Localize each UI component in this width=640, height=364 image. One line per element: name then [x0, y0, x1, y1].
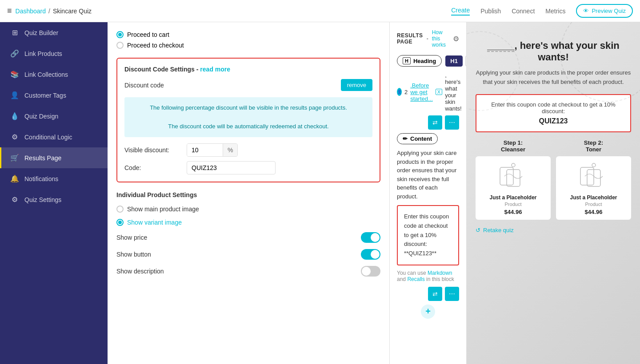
content-block-header: ✏ Content: [397, 133, 459, 144]
block-more-btn-2[interactable]: ⋯: [445, 287, 459, 301]
middle-panel: Proceed to cart Proceed to checkout Disc…: [108, 22, 390, 364]
content-label: Content: [410, 135, 432, 142]
nav-metrics[interactable]: Metrics: [545, 8, 565, 15]
tag-number: 2: [404, 89, 408, 95]
radio-label-cart: Proceed to cart: [127, 31, 169, 38]
quiz-builder-icon: ⊞: [10, 28, 19, 37]
breadcrumb-dashboard[interactable]: Dashboard: [16, 8, 46, 15]
show-description-toggle[interactable]: [361, 266, 380, 277]
discount-info-line2: The discount code will be automatically …: [131, 122, 366, 131]
sidebar-label-quiz-settings: Quiz Settings: [24, 196, 61, 203]
sidebar-label-link-products: Link Products: [24, 50, 62, 57]
preview-steps: Step 1:Cleanser Just a Placeholder Produ…: [476, 139, 631, 220]
coupon-code-bold: **QUIZ123**: [404, 249, 452, 258]
coupon-line1: Enter this coupon code at checkout to ge…: [404, 212, 452, 249]
sidebar-label-results-page: Results Page: [24, 154, 61, 162]
product-card-2: Just a Placeholder Product $44.96: [556, 156, 631, 220]
h1-button[interactable]: H1: [445, 55, 463, 67]
radio-proceed-to-checkout[interactable]: Proceed to checkout: [116, 42, 380, 49]
radio-variant-image[interactable]: [116, 219, 124, 226]
code-row: Code:: [124, 161, 372, 174]
recalls-link[interactable]: Recalls: [407, 276, 424, 282]
nav-right: Create Publish Connect Metrics 👁 Preview…: [451, 4, 633, 18]
how-this-works-link[interactable]: How this works: [432, 29, 449, 48]
preview-coupon-code: QUIZ123: [484, 117, 623, 125]
block-swap-btn-2[interactable]: ⇄: [428, 287, 442, 301]
preview-coupon-text: Enter this coupon code at checkout to ge…: [484, 101, 623, 115]
heading-button[interactable]: H Heading: [397, 55, 442, 67]
nav-publish[interactable]: Publish: [480, 8, 501, 15]
radio-main-image[interactable]: [116, 206, 124, 213]
sidebar-label-notifications: Notifications: [24, 175, 58, 182]
sidebar-item-quiz-builder[interactable]: ⊞ Quiz Builder: [0, 22, 108, 43]
sidebar-item-results-page[interactable]: 🛒 Results Page: [0, 147, 108, 168]
preview-quiz-button[interactable]: 👁 Preview Quiz: [576, 4, 633, 18]
sidebar-item-link-collections[interactable]: 📚 Link Collections: [0, 64, 108, 85]
sidebar-label-quiz-design: Quiz Design: [24, 113, 58, 120]
quiz-design-icon: 💧: [10, 112, 19, 120]
sidebar-item-quiz-design[interactable]: 💧 Quiz Design: [0, 106, 108, 127]
retake-quiz-button[interactable]: ↺ Retake quiz: [476, 227, 631, 233]
preview-hero-text: _____, here's what your skin wants!: [476, 31, 631, 63]
block-more-btn-1[interactable]: ⋯: [445, 115, 459, 130]
and-text: and: [397, 276, 406, 282]
show-button-label: Show button: [116, 251, 151, 258]
sidebar-item-customer-tags[interactable]: 👤 Customer Tags: [0, 85, 108, 106]
block-actions-2: ⇄ ⋯: [397, 287, 459, 301]
show-description-row: Show description: [116, 266, 380, 277]
sidebar-item-link-products[interactable]: 🔗 Link Products: [0, 43, 108, 64]
settings-gear-icon[interactable]: ⚙: [453, 35, 459, 43]
visible-discount-label: Visible discount:: [124, 146, 182, 154]
sidebar-item-conditional-logic[interactable]: ⚙ Conditional Logic: [0, 127, 108, 147]
show-price-row: Show price: [116, 232, 380, 243]
tag-label-link[interactable]: .Before we get started...: [410, 82, 433, 102]
radio-proceed-to-cart[interactable]: Proceed to cart: [116, 31, 380, 38]
sidebar-item-notifications[interactable]: 🔔 Notifications: [0, 168, 108, 189]
show-variant-image-label: Show variant image: [127, 219, 182, 226]
conditional-logic-icon: ⚙: [10, 133, 19, 141]
discount-info-line1: The following percentage discount will b…: [131, 103, 366, 113]
nav-create[interactable]: Create: [451, 7, 470, 16]
preview-btn-label: Preview Quiz: [592, 8, 626, 14]
markdown-link[interactable]: Markdown: [428, 270, 452, 276]
markdown-note: You can use Markdown and Recalls in this…: [397, 270, 459, 282]
discount-title: Discount Code Settings: [124, 66, 195, 73]
results-page-header: RESULTS PAGE - How this works ⚙: [397, 29, 459, 48]
step-2-title: Step 2:Toner: [556, 139, 631, 153]
breadcrumb: Dashboard / Skincare Quiz: [16, 8, 92, 15]
nav-connect[interactable]: Connect: [512, 8, 535, 15]
sidebar-label-conditional-logic: Conditional Logic: [24, 134, 72, 141]
product-price-2: $44.96: [560, 209, 627, 215]
preview-background: _____, here's what your skin wants! Appl…: [467, 22, 640, 364]
in-this-block-text: in this block: [426, 276, 454, 282]
main-layout: ⊞ Quiz Builder 🔗 Link Products 📚 Link Co…: [0, 22, 640, 364]
retake-label: Retake quiz: [483, 227, 514, 233]
tag-x-button[interactable]: X: [436, 89, 442, 95]
content-button[interactable]: ✏ Content: [397, 133, 438, 144]
tag-text-suffix: , here's what your skin wants!: [445, 72, 462, 112]
sidebar-item-quiz-settings[interactable]: ⚙ Quiz Settings: [0, 189, 108, 210]
visible-discount-row: Visible discount: %: [124, 143, 372, 157]
code-input[interactable]: [187, 161, 276, 174]
sidebar-label-link-collections: Link Collections: [24, 71, 68, 78]
right-preview-panel: _____, here's what your skin wants! Appl…: [467, 22, 640, 364]
product-img-1: [496, 161, 531, 192]
product-img-2: [576, 161, 612, 192]
radio-label-checkout: Proceed to checkout: [127, 42, 184, 49]
sidebar-label-customer-tags: Customer Tags: [24, 92, 66, 99]
visible-discount-input[interactable]: [187, 144, 223, 156]
show-button-toggle[interactable]: [361, 249, 380, 260]
hamburger-icon[interactable]: ≡: [7, 6, 12, 16]
show-price-toggle[interactable]: [361, 232, 380, 243]
product-settings-title: Individual Product Settings: [116, 191, 380, 198]
block-swap-btn-1[interactable]: ⇄: [428, 115, 442, 130]
notifications-icon: 🔔: [10, 174, 19, 183]
discount-code-label: Discount code: [124, 82, 336, 89]
breadcrumb-current: Skincare Quiz: [53, 8, 92, 15]
link-products-icon: 🔗: [10, 49, 19, 58]
show-main-image-label: Show main product image: [127, 206, 199, 213]
remove-button[interactable]: remove: [341, 79, 372, 91]
add-block-button[interactable]: +: [421, 305, 435, 319]
read-more-link[interactable]: read more: [200, 66, 230, 73]
heading-block: H Heading H1 H2 H3: [397, 55, 459, 67]
